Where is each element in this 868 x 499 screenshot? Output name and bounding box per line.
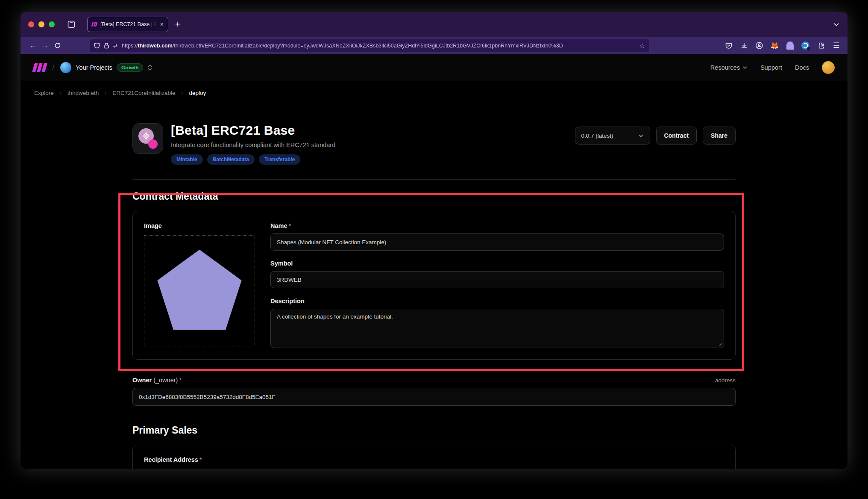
tab-list-chevron-down-icon[interactable]	[833, 21, 840, 28]
name-input[interactable]	[270, 233, 724, 251]
puzzle-icon[interactable]	[816, 41, 825, 50]
badge-mintable[interactable]: Mintable	[171, 154, 203, 165]
url-bar[interactable]: ⇄ https://thirdweb.com/thirdweb.eth/ERC7…	[90, 39, 649, 52]
owner-address-input[interactable]	[132, 388, 736, 406]
traffic-lights	[28, 21, 55, 27]
page-title: [Beta] ERC721 Base	[171, 123, 335, 138]
chevron-down-icon	[638, 133, 644, 139]
primary-sales-card: Recipient Address*	[132, 445, 736, 469]
breadcrumb-deploy: deploy	[189, 90, 206, 96]
breadcrumb-separator: ›	[105, 90, 106, 96]
tab-close-icon[interactable]: ×	[160, 21, 164, 28]
nav-separator: /	[52, 63, 54, 72]
owner-type-hint: address	[715, 377, 736, 384]
description-textarea[interactable]: A collection of shapes for an example tu…	[270, 309, 724, 348]
share-button[interactable]: Share	[703, 127, 736, 145]
owner-label: Owner (_owner)*	[132, 377, 182, 384]
tab-bar: [Beta] ERC721 Base | Published × +	[21, 12, 847, 37]
thirdweb-topnav: / Your Projects Growth Resources Support…	[21, 54, 847, 81]
required-asterisk: *	[199, 456, 202, 463]
forward-icon[interactable]: →	[39, 40, 51, 52]
extension-row: 🦊 ☰	[724, 41, 841, 50]
bookmark-star-icon[interactable]: ☆	[639, 42, 645, 50]
tab-title: [Beta] ERC721 Base | Published	[100, 21, 157, 27]
back-icon[interactable]: ←	[27, 40, 39, 52]
shield-icon[interactable]	[94, 42, 100, 49]
nav-support[interactable]: Support	[760, 64, 782, 71]
breadcrumb: Explore › thirdweb.eth › ERC721CoreIniti…	[21, 81, 847, 105]
lock-icon[interactable]	[104, 42, 109, 49]
breadcrumb-explore[interactable]: Explore	[34, 90, 54, 96]
project-avatar[interactable]	[60, 62, 71, 73]
required-asterisk: *	[289, 222, 291, 229]
deploy-main: [Beta] ERC721 Base Integrate core functi…	[21, 105, 736, 469]
plan-badge: Growth	[117, 63, 143, 72]
account-icon[interactable]	[755, 41, 764, 50]
reload-icon[interactable]	[51, 40, 63, 52]
nav-docs[interactable]: Docs	[795, 64, 809, 71]
browser-window: [Beta] ERC721 Base | Published × + ← →	[21, 12, 847, 469]
browser-tab[interactable]: [Beta] ERC721 Base | Published ×	[87, 17, 168, 32]
minimize-window-button[interactable]	[38, 21, 44, 27]
badge-transferable[interactable]: Transferable	[259, 154, 300, 165]
project-switcher-label[interactable]: Your Projects	[76, 64, 112, 71]
image-label: Image	[144, 222, 255, 229]
breadcrumb-contract[interactable]: ERC721CoreInitializable	[112, 90, 175, 96]
contract-button[interactable]: Contract	[656, 127, 697, 145]
header-divider	[132, 179, 736, 180]
version-select[interactable]: 0.0.7 (latest)	[575, 127, 650, 145]
phantom-icon[interactable]	[786, 41, 795, 50]
required-asterisk: *	[179, 377, 182, 384]
browser-toolbar: ← → ⇄ https://thirdweb.c	[21, 37, 847, 54]
extension-badges: Mintable BatchMetadata Transferable	[171, 154, 335, 165]
description-label: Description	[270, 298, 724, 304]
nav-resources[interactable]: Resources	[710, 64, 748, 71]
user-avatar[interactable]	[822, 61, 835, 74]
resize-handle-icon[interactable]	[718, 342, 722, 346]
page-subtitle: Integrate core functionality compliant w…	[171, 142, 335, 148]
url-text: https://thirdweb.com/thirdweb.eth/ERC721…	[122, 43, 636, 49]
contract-metadata-card: Image Name* Symbol	[132, 211, 736, 360]
badge-batchmetadata[interactable]: BatchMetadata	[207, 154, 255, 165]
new-tab-button[interactable]: +	[175, 20, 180, 30]
project-switcher-chevrons-icon[interactable]	[147, 64, 153, 71]
breadcrumb-separator: ›	[60, 90, 62, 96]
permissions-icon[interactable]: ⇄	[113, 43, 117, 49]
recipient-address-label: Recipient Address*	[144, 456, 724, 463]
contract-logo-dot	[148, 139, 158, 149]
symbol-input[interactable]	[270, 271, 724, 288]
breadcrumb-publisher[interactable]: thirdweb.eth	[67, 90, 99, 96]
symbol-label: Symbol	[270, 260, 724, 267]
name-label: Name*	[270, 222, 724, 229]
page-content: / Your Projects Growth Resources Support…	[21, 54, 847, 469]
metamask-icon[interactable]: 🦊	[770, 41, 779, 50]
contract-logo	[132, 123, 163, 154]
breadcrumb-separator: ›	[181, 90, 183, 96]
download-icon[interactable]	[739, 41, 748, 50]
clock-icon[interactable]	[801, 41, 810, 50]
firefox-view-icon[interactable]	[67, 20, 76, 29]
favicon-thirdweb-icon	[92, 22, 97, 27]
thirdweb-logo-icon[interactable]	[33, 63, 46, 72]
close-window-button[interactable]	[28, 21, 34, 27]
image-dropzone[interactable]	[144, 235, 255, 346]
pentagon-image	[151, 245, 248, 336]
pocket-icon[interactable]	[724, 41, 733, 50]
section-title-contract-metadata: Contract Metadata	[132, 191, 736, 202]
zoom-window-button[interactable]	[49, 21, 55, 27]
menu-icon[interactable]: ☰	[832, 41, 841, 50]
section-title-primary-sales: Primary Sales	[132, 425, 736, 436]
